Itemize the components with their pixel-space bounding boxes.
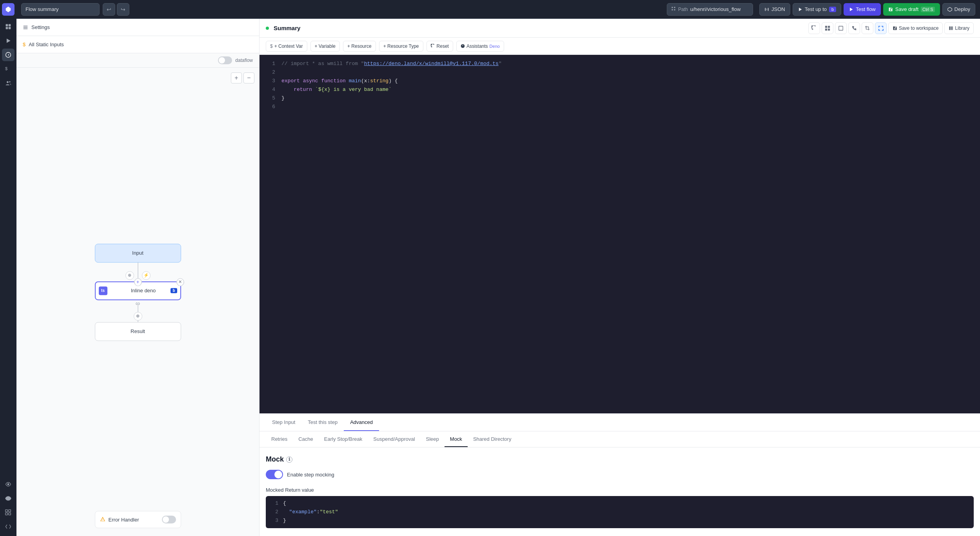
zoom-out-button[interactable]: − [243,72,254,83]
sub-tab-cache[interactable]: Cache [293,431,319,447]
mock-section: Mock ℹ Enable step mocking Mocked Return… [260,447,980,536]
square-icon-btn[interactable] [835,22,847,34]
deploy-button[interactable]: Deploy [942,3,975,16]
path-icon [671,6,676,12]
inline-deno-label: Inline deno [131,288,156,293]
undo-button[interactable]: ↩ [103,3,115,16]
mocked-return-label: Mocked Return value [266,487,974,493]
sidebar-item-runs[interactable] [2,34,15,47]
sidebar-collapse-btn[interactable] [2,520,15,533]
sub-tab-shared-directory[interactable]: Shared Directory [468,431,517,447]
panel-title: Summary [274,25,300,31]
sub-tab-mock[interactable]: Mock [445,431,468,447]
sub-tab-retries[interactable]: Retries [266,431,293,447]
crop-icon-btn[interactable] [862,22,873,34]
path-container: Path u/henri/victorious_flow [667,3,753,16]
assistants-icon [461,44,465,48]
result-node[interactable]: Result [95,322,181,341]
redo-button[interactable]: ↪ [117,3,129,16]
test-flow-button[interactable]: Test flow [844,3,881,16]
svg-rect-18 [825,28,827,30]
sidebar-item-settings[interactable] [2,492,15,505]
error-handler-icon [100,516,105,523]
status-dot [266,27,269,30]
save-workspace-button[interactable]: Save to workspace [888,22,943,34]
static-inputs-label: All Static Inputs [29,42,64,47]
static-icon: $ [23,42,25,47]
code-editor[interactable]: 1 // import * as wmill from "https://den… [260,55,980,413]
enable-mocking-label: Enable step mocking [287,472,334,478]
enable-mocking-row: Enable step mocking [266,470,974,479]
tab-test-this-step[interactable]: Test this step [301,414,344,431]
content-area: Settings $ All Static Inputs dataflow + … [16,19,980,536]
sidebar-item-home[interactable] [2,20,15,33]
svg-rect-13 [9,513,11,515]
dataflow-row: dataflow [16,53,259,68]
refresh-icon-btn[interactable] [808,22,820,34]
tab-step-input[interactable]: Step Input [266,414,301,431]
resource-type-button[interactable]: + Resource Type [379,41,423,52]
svg-point-9 [7,483,9,485]
grid-icon-btn[interactable] [822,22,833,34]
mock-code-editor[interactable]: 1 { 2 "example" : "test" 3 } [266,496,974,528]
sidebar-item-apps[interactable] [2,506,15,519]
sidebar-logo[interactable] [2,3,15,16]
flow-title-input[interactable] [21,3,100,16]
svg-rect-10 [5,510,8,512]
input-node[interactable]: Input [95,244,181,263]
error-handler-toggle[interactable] [162,516,176,523]
enable-mocking-toggle[interactable] [266,470,283,479]
flow-canvas[interactable]: + − Input ⊕ ⚡ [16,68,259,536]
test-up-to-button[interactable]: Test up to b [793,3,842,16]
sub-tab-early-stop[interactable]: Early Stop/Break [319,431,368,447]
error-handler: Error Handler [95,511,181,528]
code-line-5: 5 } [260,94,980,103]
expand-icon-btn[interactable] [875,22,887,34]
code-line-3: 3 export async function main (x: string … [260,77,980,85]
settings-label: Settings [31,24,50,30]
context-bar: $ + Context Var + Variable + Resource + … [260,38,980,55]
sidebar-item-flows[interactable] [2,49,15,61]
left-panel: Settings $ All Static Inputs dataflow + … [16,19,260,536]
svg-marker-15 [850,7,853,11]
variable-button[interactable]: + Variable [310,41,340,52]
plus-icon: $ [270,43,273,49]
library-button[interactable]: Library [944,22,974,34]
svg-rect-16 [825,25,827,27]
context-var-button[interactable]: $ + Context Var [266,41,307,52]
sub-tab-suspend[interactable]: Suspend/Approval [368,431,420,447]
svg-rect-1 [9,24,11,27]
svg-rect-0 [6,24,8,27]
sidebar-item-eye[interactable] [2,478,15,491]
mock-info-icon[interactable]: ℹ [286,456,292,463]
svg-rect-2 [6,27,8,29]
right-panel-header: Summary [260,19,980,38]
sub-tab-sleep[interactable]: Sleep [421,431,445,447]
node-add-button[interactable]: + [134,278,142,286]
static-inputs-bar[interactable]: $ All Static Inputs [16,36,259,53]
main-container: ↩ ↪ Path u/henri/victorious_flow JSON Te… [16,0,980,536]
tab-advanced[interactable]: Advanced [344,414,379,431]
resource-button[interactable]: + Resource [343,41,376,52]
svg-rect-11 [9,510,11,512]
phone-icon-btn[interactable] [848,22,860,34]
dataflow-toggle[interactable] [218,56,232,64]
topbar-controls: ↩ ↪ [103,3,129,16]
code-line-2: 2 [260,68,980,77]
settings-header: Settings [16,19,259,36]
zoom-in-button[interactable]: + [231,72,242,83]
assistants-button[interactable]: Assistants Deno [456,41,504,52]
json-button[interactable]: JSON [759,3,790,16]
sidebar-item-money[interactable]: $ [2,63,15,75]
node-close-button[interactable]: ✕ [176,278,184,286]
reset-button[interactable]: Reset [426,41,453,52]
sidebar-item-users[interactable] [2,77,15,89]
path-value: u/henri/victorious_flow [690,6,741,12]
svg-rect-19 [828,28,830,30]
mock-title: Mock ℹ [266,455,974,464]
save-draft-button[interactable]: Save draft Ctrl S [883,3,940,16]
svg-rect-12 [5,513,8,515]
svg-rect-20 [839,26,843,30]
inline-deno-node[interactable]: + ✕ ts Inline deno b ∞ [95,281,181,300]
error-handler-label: Error Handler [109,517,139,523]
